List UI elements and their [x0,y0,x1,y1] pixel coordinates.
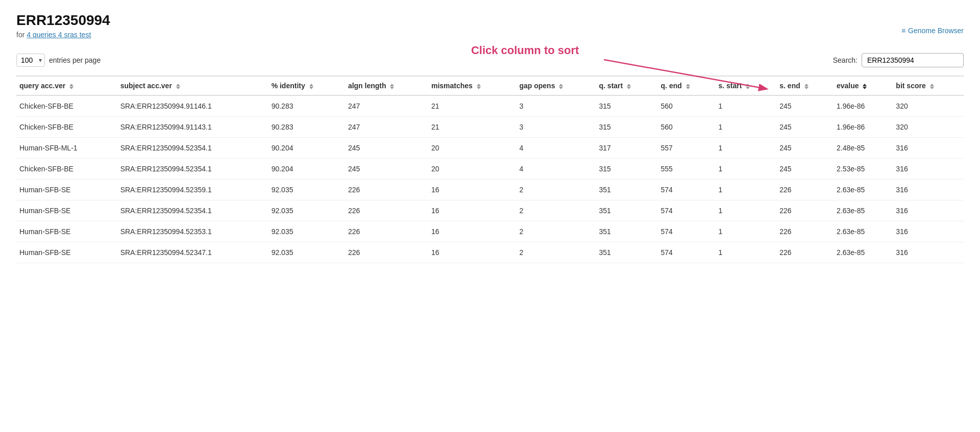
cell-q_start: 351 [596,180,658,200]
cell-s_start: 1 [715,221,776,242]
cell-mismatches: 21 [428,117,516,138]
col-subject-acc-ver[interactable]: subject acc.ver [117,76,268,95]
cell-subject_acc_ver: SRA:ERR12350994.52353.1 [117,221,268,242]
table-row: Human-SFB-SESRA:ERR12350994.52353.192.03… [16,221,964,242]
cell-q_start: 315 [596,159,658,180]
cell-query_acc_ver: Chicken-SFB-BE [16,95,117,117]
subtitle: for 4 queries 4 sras test [16,31,110,39]
cell-q_end: 574 [658,200,716,221]
cell-mismatches: 21 [428,95,516,117]
cell-s_start: 1 [715,159,776,180]
cell-query_acc_ver: Human-SFB-SE [16,200,117,221]
table-row: Human-SFB-SESRA:ERR12350994.52359.192.03… [16,180,964,200]
cell-evalue: 2.63e-85 [834,242,893,263]
col-q-end[interactable]: q. end [658,76,716,95]
col-pct-identity[interactable]: % identity [268,76,345,95]
search-label: Search: [833,56,857,64]
cell-evalue: 1.96e-86 [834,117,893,138]
sort-icon-sstart [746,84,750,89]
cell-pct_identity: 90.204 [268,159,345,180]
cell-s_end: 226 [776,242,834,263]
table-row: Human-SFB-SESRA:ERR12350994.52347.192.03… [16,242,964,263]
cell-mismatches: 16 [428,180,516,200]
cell-evalue: 2.48e-85 [834,138,893,159]
cell-gap_opens: 2 [516,221,596,242]
cell-query_acc_ver: Human-SFB-SE [16,221,117,242]
genome-browser-icon: ≡ [901,27,905,35]
cell-q_end: 560 [658,117,716,138]
cell-q_end: 574 [658,221,716,242]
cell-gap_opens: 2 [516,180,596,200]
cell-algn_length: 226 [345,242,428,263]
cell-gap_opens: 4 [516,138,596,159]
cell-evalue: 2.63e-85 [834,180,893,200]
cell-mismatches: 20 [428,138,516,159]
search-input[interactable] [862,53,964,67]
cell-q_start: 315 [596,117,658,138]
cell-pct_identity: 90.204 [268,138,345,159]
col-bit-score[interactable]: bit score [893,76,964,95]
page-title: ERR12350994 [16,12,110,29]
cell-pct_identity: 92.035 [268,242,345,263]
entries-select[interactable]: 10 25 50 100 [16,54,45,67]
col-algn-length[interactable]: algn length [345,76,428,95]
cell-q_end: 557 [658,138,716,159]
cell-algn_length: 226 [345,221,428,242]
cell-s_end: 226 [776,221,834,242]
sort-icon-pct [309,84,313,89]
cell-q_start: 317 [596,138,658,159]
sort-icon-send [804,84,808,89]
cell-query_acc_ver: Chicken-SFB-BE [16,159,117,180]
subtitle-link[interactable]: 4 queries 4 sras test [27,31,91,39]
cell-s_end: 226 [776,180,834,200]
cell-algn_length: 247 [345,95,428,117]
table-row: Human-SFB-ML-1SRA:ERR12350994.52354.190.… [16,138,964,159]
cell-query_acc_ver: Chicken-SFB-BE [16,117,117,138]
col-s-end[interactable]: s. end [776,76,834,95]
cell-s_start: 1 [715,180,776,200]
cell-mismatches: 16 [428,242,516,263]
table-row: Human-SFB-SESRA:ERR12350994.52354.192.03… [16,200,964,221]
cell-s_start: 1 [715,95,776,117]
cell-evalue: 2.63e-85 [834,221,893,242]
table-row: Chicken-SFB-BESRA:ERR12350994.52354.190.… [16,159,964,180]
cell-subject_acc_ver: SRA:ERR12350994.52359.1 [117,180,268,200]
cell-pct_identity: 92.035 [268,180,345,200]
col-mismatches[interactable]: mismatches [428,76,516,95]
sort-icon-query [69,84,74,89]
cell-subject_acc_ver: SRA:ERR12350994.91143.1 [117,117,268,138]
cell-mismatches: 16 [428,200,516,221]
cell-subject_acc_ver: SRA:ERR12350994.52347.1 [117,242,268,263]
sort-icon-gap [559,84,563,89]
entries-select-wrapper[interactable]: 10 25 50 100 [16,54,45,67]
col-q-start[interactable]: q. start [596,76,658,95]
cell-q_end: 574 [658,242,716,263]
results-table: query acc.ver subject acc.ver % identity… [16,75,964,263]
cell-q_start: 351 [596,200,658,221]
sort-icon-evalue [863,84,867,89]
cell-s_end: 245 [776,159,834,180]
cell-pct_identity: 92.035 [268,200,345,221]
entries-label: entries per page [49,56,101,64]
cell-s_start: 1 [715,138,776,159]
cell-s_start: 1 [715,200,776,221]
cell-gap_opens: 2 [516,242,596,263]
sort-icon-subject [176,84,180,89]
cell-s_end: 245 [776,138,834,159]
cell-evalue: 2.63e-85 [834,200,893,221]
cell-query_acc_ver: Human-SFB-ML-1 [16,138,117,159]
sort-icon-qstart [627,84,631,89]
genome-browser-link[interactable]: ≡ Genome Browser [901,27,964,35]
cell-bit_score: 316 [893,180,964,200]
col-evalue[interactable]: evalue [834,76,893,95]
col-query-acc-ver[interactable]: query acc.ver [16,76,117,95]
sort-icon-algn [390,84,394,89]
col-gap-opens[interactable]: gap opens [516,76,596,95]
cell-algn_length: 226 [345,200,428,221]
cell-q_end: 574 [658,180,716,200]
cell-q_start: 351 [596,221,658,242]
cell-pct_identity: 90.283 [268,95,345,117]
col-s-start[interactable]: s. start [715,76,776,95]
toolbar: 10 25 50 100 entries per page Click colu… [16,53,964,67]
table-header-row: query acc.ver subject acc.ver % identity… [16,76,964,95]
